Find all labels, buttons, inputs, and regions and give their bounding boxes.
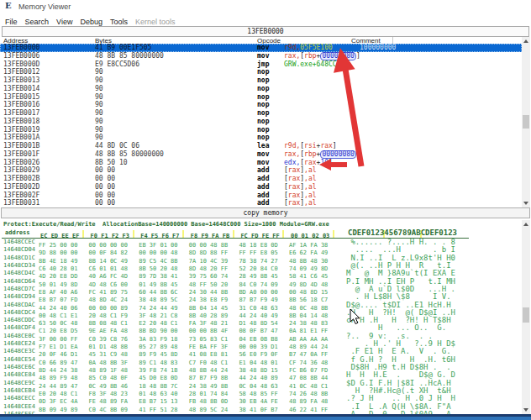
title-bar: E Memory Viewer (0, 0, 531, 13)
instruction-address: 13FEB0019 (3, 126, 39, 134)
instruction-mnemonic: add (257, 183, 269, 192)
instruction-address: 13FEB0014 (3, 85, 39, 93)
instruction-address: 13FEB0017 (3, 109, 39, 118)
hex-address: 14648CD64 (3, 278, 35, 286)
disasm-row[interactable]: 13FEB001390nop (0, 76, 522, 85)
instruction-bytes: 00 00 (95, 183, 115, 192)
hex-address: 14648CE0C (3, 333, 35, 340)
disasm-row[interactable]: 13FEB001490nop (0, 85, 522, 93)
operand-token: rax, (284, 150, 300, 158)
copy-memory-splitter[interactable]: copy memory (1, 207, 530, 218)
disasm-row[interactable]: 13FEB00268B 50 10movedx,[rax+10] (0, 159, 522, 167)
instruction-mnemonic: add (257, 192, 269, 200)
operand-token: rax, (284, 52, 300, 60)
window-edge-blue (0, 417, 531, 420)
hex-address: 14648CE54 (3, 356, 35, 364)
disasm-row[interactable]: 13FEB001A90nop (0, 134, 522, 142)
disasm-row[interactable]: 13FEB000DE9 E8CC5D06jmpGRW.exe+648CCFA (0, 60, 522, 69)
instruction-mnemonic: mov (257, 44, 269, 52)
operand-token: ] (333, 142, 337, 150)
instruction-address: 13FEB0018 (3, 118, 39, 126)
instruction-address: 13FEB0016 (3, 101, 39, 109)
disasm-row[interactable]: 13FEB001F48 8B 85 80000000movrax,[rbp+00… (0, 150, 522, 159)
disasm-address-header[interactable]: 13FEB0000 (2, 26, 529, 37)
instruction-operands: r9d,05F5E100 (284, 44, 333, 52)
operand-token: rax (288, 166, 300, 174)
instruction-mnemonic: nop (257, 126, 269, 134)
disasm-row[interactable]: 13FEB001690nop (0, 101, 522, 109)
scroll-down-icon[interactable] (522, 406, 530, 414)
operand-token: rsi (304, 142, 316, 150)
instruction-operands: [rax],al (284, 166, 317, 175)
instruction-bytes: 00 00 (95, 192, 115, 200)
instruction-bytes: 90 (95, 68, 103, 76)
disasm-row-selected[interactable]: 13FEB000041 B9 00E1F505movr9d,05F5E10010… (0, 44, 522, 52)
hex-ascii: CDEF0123456789ABCDEF0123 (348, 229, 457, 237)
hex-address: 14648CEE4 (3, 403, 35, 411)
disasm-row[interactable]: 13FEB003100 00add[rax],al (0, 199, 522, 207)
disasm-row[interactable]: 13FEB002F00 00add[rax],al (0, 192, 522, 200)
disasm-scrollbar[interactable] (522, 37, 530, 207)
disasm-row[interactable]: 13FEB002900 00add[rax],al (0, 166, 522, 175)
hex-address: 14648CDDC (3, 317, 35, 324)
operand-token: rax (288, 175, 300, 182)
hex-address: 14648CD34 (3, 262, 35, 270)
hex-scroll-thumb[interactable] (523, 307, 529, 323)
disasm-row[interactable]: 13FEB001B44 8D 0C 06lear9d,[rsi+rax] (0, 142, 522, 150)
disassembly-view[interactable]: 13FEB000041 B9 00E1F505movr9d,05F5E10010… (0, 44, 522, 207)
hex-address: 14648CD04 (3, 246, 35, 254)
disasm-row[interactable]: 13FEB001890nop (0, 118, 522, 126)
instruction-bytes: 44 8D 0C 06 (95, 142, 139, 150)
disasm-row[interactable]: 13FEB001990nop (0, 126, 522, 134)
memory-viewer-window: E Memory Viewer FileSearchViewDebugTools… (0, 0, 531, 420)
operand-token: 00000080 (320, 52, 356, 60)
disasm-scroll-thumb[interactable] (523, 115, 529, 129)
hex-bytes: C7 41 83 C510 44 89 BD30 00 00 0044 89 6… (39, 411, 339, 414)
scroll-down-icon[interactable] (522, 199, 530, 207)
instruction-mnemonic: add (257, 199, 269, 207)
instruction-bytes: 90 (95, 85, 103, 93)
disasm-row[interactable]: 13FEB001590nop (0, 93, 522, 102)
operand-token: ] (329, 159, 333, 166)
instruction-comment: 100000000 (360, 44, 396, 52)
instruction-operands: [rax],al (284, 199, 317, 207)
instruction-operands: rax,[rbp+00000080] (284, 150, 360, 159)
instruction-bytes: 90 (95, 118, 103, 126)
hex-ascii: A .D 0...D l$0A9 . A (346, 411, 455, 414)
instruction-mnemonic: jmp (257, 60, 269, 69)
hex-header-row: addressEC ED EE EFF0 F1 F2 F3F4 F5 F6 F7… (2, 229, 469, 237)
hex-dump[interactable]: 14648CCECFF 25 00 0000 00 00 00EB 3F 01 … (0, 239, 522, 414)
instruction-bytes: 90 (95, 101, 103, 109)
instruction-operands: [rax],al (284, 175, 317, 183)
operand-token: r9d, (284, 142, 300, 150)
hex-scrollbar[interactable] (522, 220, 530, 414)
instruction-mnemonic: add (257, 175, 269, 183)
instruction-address: 13FEB0029 (3, 166, 39, 175)
instruction-bytes: 8B 50 10 (95, 159, 128, 167)
instruction-mnemonic: mov (257, 150, 269, 159)
scroll-up-icon[interactable] (522, 37, 530, 45)
instruction-mnemonic: nop (257, 93, 269, 102)
disasm-row[interactable]: 13FEB000648 8B 85 80000000movrax,[rbp+00… (0, 52, 522, 60)
menu-bar: FileSearchViewDebugToolsKernel tools (0, 13, 531, 25)
disasm-row[interactable]: 13FEB001290nop (0, 68, 522, 76)
instruction-mnemonic: nop (257, 76, 269, 85)
hex-row[interactable]: 14648CEFCC7 41 83 C510 44 89 BD30 00 00 … (0, 411, 522, 414)
operand-token: ,al (304, 166, 316, 174)
disasm-row[interactable]: 13FEB002D00 00add[rax],al (0, 183, 522, 192)
disasm-row[interactable]: 13FEB001790nop (0, 109, 522, 118)
copy-memory-label: copy memory (244, 209, 288, 217)
disasm-row[interactable]: 13FEB002B00 00add[rax],al (0, 175, 522, 183)
instruction-address: 13FEB001F (3, 150, 39, 159)
operand-token: rbp (304, 52, 316, 60)
operand-token: 10 (320, 159, 329, 166)
hex-address: 14648CDF4 (3, 324, 35, 332)
instruction-mnemonic: nop (257, 101, 269, 109)
hex-address: 14648CCEC (3, 239, 35, 246)
scroll-up-icon[interactable] (522, 220, 530, 228)
operand-token: rbp (304, 150, 316, 158)
operand-token: 05F5E100 (300, 44, 333, 51)
instruction-bytes: 90 (95, 109, 103, 118)
instruction-operands: r9d,[rsi+rax] (284, 142, 337, 150)
window-title: Memory Viewer (18, 3, 71, 11)
